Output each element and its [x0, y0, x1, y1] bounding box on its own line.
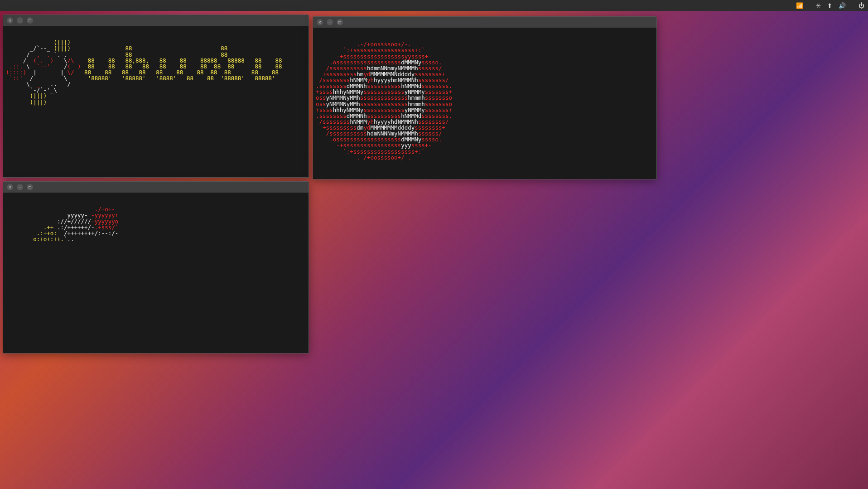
terminal-body-2[interactable]: .-/+oossssoo+/-. `:+ssssssssssssssssss+:… — [313, 28, 656, 179]
titlebar-3[interactable]: × – □ — [3, 182, 309, 193]
close-button[interactable]: × — [317, 19, 323, 25]
minimize-button[interactable]: – — [17, 184, 23, 190]
close-button[interactable]: × — [7, 184, 13, 190]
neofetch-ubuntu-logo: .-/+oossssoo+/-. `:+ssssssssssssssssss+:… — [316, 41, 452, 174]
updates-icon[interactable]: ⬆ — [827, 2, 832, 9]
maximize-button[interactable]: □ — [27, 17, 33, 24]
terminal-window-3[interactable]: × – □ ./+o+- yyyyy- -yyyyyy+ ://+//////-… — [3, 181, 309, 353]
close-button[interactable]: × — [7, 17, 13, 24]
ubuntu-ascii-logo: (|||) _/`--_ (|||) 88 88 / ,--. `.-. 88 … — [6, 39, 306, 105]
minimize-button[interactable]: – — [327, 19, 333, 25]
terminal-body-3[interactable]: ./+o+- yyyyy- -yyyyyy+ ://+//////-yyyyyy… — [3, 193, 309, 353]
terminal-window-1[interactable]: × – □ (|||) _/`--_ (|||) 88 88 / ,--. `.… — [3, 15, 309, 178]
maximize-button[interactable]: □ — [27, 184, 33, 190]
titlebar-1[interactable]: × – □ — [3, 15, 309, 26]
minimize-button[interactable]: – — [17, 17, 23, 24]
top-menubar: 📶 ⚹ ⬆ 🔊 ⏻ — [0, 0, 868, 11]
titlebar-2[interactable]: × – □ — [313, 17, 656, 28]
maximize-button[interactable]: □ — [337, 19, 343, 25]
power-icon[interactable]: ⏻ — [858, 2, 864, 9]
screenfetch-ubuntu-logo: ./+o+- yyyyy- -yyyyyy+ ://+//////-yyyyyy… — [6, 206, 118, 242]
wifi-icon[interactable]: 📶 — [796, 2, 803, 9]
terminal-body-1[interactable]: (|||) _/`--_ (|||) 88 88 / ,--. `.-. 88 … — [3, 26, 309, 177]
bluetooth-icon[interactable]: ⚹ — [816, 2, 821, 9]
terminal-window-2[interactable]: × – □ .-/+oossssoo+/-. `:+ssssssssssssss… — [313, 16, 657, 179]
volume-icon[interactable]: 🔊 — [839, 2, 846, 9]
